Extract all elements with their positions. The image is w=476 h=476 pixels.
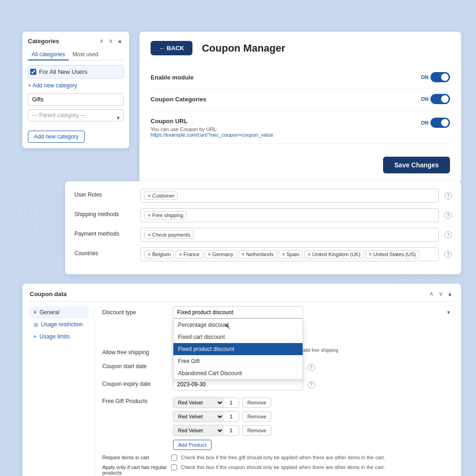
nav-general[interactable]: × General [30,306,89,318]
remove-btn-0[interactable]: Remove [242,397,271,408]
toggle-thumb-1 [441,95,449,103]
countries-input[interactable]: × Belgium × France × Germany × Netherlan… [140,247,439,261]
remove-btn-2[interactable]: Remove [242,425,271,436]
tag-france: × France [176,250,203,258]
gift-qty-1[interactable] [223,411,239,422]
tab-most-used[interactable]: Most used [69,49,102,60]
apply-only-checkbox[interactable] [171,464,177,470]
enable-module-toggle[interactable]: ON [421,72,450,82]
dropdown-abandoned-cart[interactable]: Abandoned Cart Discount [173,367,303,379]
payment-help[interactable]: ? [444,231,452,238]
gift-product-row-0: Red Velvet ▾ Remove [173,397,454,408]
for-all-new-users-checkbox[interactable] [30,69,36,75]
require-items-desc: Check this box if the free gift should o… [181,455,385,460]
tag-free-shipping-text: × Free shipping [148,212,183,218]
general-icon: × [33,309,37,316]
toggle-on-label-0: ON [421,74,429,80]
coupon-url-toggle[interactable]: ON [421,118,450,128]
tag-us: × United States (US) [366,250,419,258]
user-roles-label: User Roles [74,189,135,198]
cd-collapse-down-btn[interactable]: ∨ [437,290,444,298]
require-items-checkbox[interactable] [171,455,177,461]
toggle-track-1[interactable] [430,94,450,104]
dropdown-percentage[interactable]: Percentage discount [173,319,303,331]
countries-row: Countries × Belgium × France × Germany ×… [74,247,452,261]
gift-product-select-0[interactable]: Red Velvet [173,397,224,408]
coupon-url-row: Coupon URL You can use Coupon by URL: ht… [151,110,450,144]
payment-input[interactable]: × Check payments [140,228,439,242]
gift-product-select-1[interactable]: Red Velvet [173,411,224,422]
shipping-help[interactable]: ? [444,212,452,219]
collapse-down-btn[interactable]: ∨ [107,37,114,45]
gift-product-row-1: Red Velvet ▾ Remove [173,411,454,422]
tag-customer: × Customer [145,192,178,200]
require-items-label: Require items in cart [102,455,167,460]
close-panel-btn[interactable]: ▲ [116,37,124,45]
add-product-btn[interactable]: Add Product [173,440,212,450]
tag-netherlands: × Netherlands [238,250,277,258]
coupon-url-label: Coupon URL [151,118,187,125]
categories-title: Categories [28,38,59,45]
tab-all-categories[interactable]: All categories [28,49,69,60]
toggle-on-label-1: ON [421,96,429,102]
dropdown-fixed-cart[interactable]: Fixed cart discount [173,331,303,343]
nav-usage-limits[interactable]: + Usage limits [30,331,89,343]
roles-panel: User Roles × Customer ? Shipping methods… [65,181,461,274]
user-roles-row: User Roles × Customer ? [74,189,452,203]
coupon-categories-toggle[interactable]: ON [421,94,450,104]
toggle-track-2[interactable] [430,118,450,128]
collapse-up-btn[interactable]: ∧ [98,37,105,45]
back-button[interactable]: ← BACK [151,41,192,55]
payment-label: Payment methods [74,228,135,237]
require-items-row: Require items in cart Check this box if … [102,455,454,461]
tag-belgium: × Belgium [145,250,174,258]
gift-product-select-2[interactable]: Red Velvet [173,425,224,436]
discount-type-field: Percentage discount Fixed cart discount … [173,306,454,318]
parent-category-select[interactable]: — Parent category — [28,109,124,121]
cd-close-btn[interactable]: ▲ [446,290,454,298]
remove-btn-1[interactable]: Remove [242,411,271,422]
coupon-data-title: Coupon data [30,291,66,298]
coupon-start-help[interactable]: ? [308,364,315,371]
save-changes-btn[interactable]: Save Changes [383,157,450,173]
discount-type-select[interactable]: Percentage discount Fixed cart discount … [173,306,303,318]
user-roles-help[interactable]: ? [444,192,452,199]
tag-check-payments: × Check payments [145,231,193,239]
toggle-thumb-0 [441,73,449,81]
dropdown-free-gift[interactable]: Free Gift [173,355,303,367]
coupon-expiry-label: Coupon expiry date [102,378,167,387]
dropdown-fixed-product[interactable]: Fixed product discount [173,343,303,355]
parent-category-wrapper: — Parent category — [28,109,124,126]
gift-qty-0[interactable] [223,397,239,408]
add-category-link[interactable]: + Add new category [28,82,124,89]
cd-collapse-up-btn[interactable]: ∧ [428,290,435,298]
coupon-data-sidebar: × General ◎ Usage restriction + Usage li… [30,306,95,476]
coupon-categories-label: Coupon Categories [151,96,206,103]
coupon-expiry-help[interactable]: ? [308,381,315,389]
coupon-expiry-input[interactable] [173,378,303,390]
user-roles-input[interactable]: × Customer [140,189,439,203]
nav-usage-restriction[interactable]: ◎ Usage restriction [30,318,89,331]
tag-spain: × Spain [278,250,303,258]
coupon-url-left: Coupon URL You can use Coupon by URL: ht… [151,118,273,138]
gift-qty-2[interactable] [223,425,239,436]
panel-controls: ∧ ∨ ▲ [98,37,124,45]
nav-general-label: General [40,309,60,316]
toggle-track-0[interactable] [430,72,450,82]
shipping-methods-row: Shipping methods × Free shipping ? [74,208,452,222]
enable-module-label: Enable module [151,74,193,81]
apply-only-row: Apply only if cart has regular products … [102,464,454,476]
coupon-url-desc: You can use Coupon by URL: [151,126,273,132]
gift-product-row-2: Red Velvet ▾ Remove [173,425,454,436]
countries-help[interactable]: ? [444,251,452,258]
category-name-input[interactable] [28,93,124,106]
discount-type-select-wrap: Percentage discount Fixed cart discount … [173,306,454,318]
tag-free-shipping: × Free shipping [145,211,186,219]
discount-type-label: Discount type [102,306,167,316]
coupon-categories-row: Coupon Categories ON [151,88,450,110]
shipping-input[interactable]: × Free shipping [140,208,439,222]
coupon-data-layout: × General ◎ Usage restriction + Usage li… [30,306,454,476]
coupon-url-value[interactable]: https://example.com/cart/?oec_coupon=cou… [151,132,273,138]
add-new-category-btn[interactable]: Add new category [28,131,85,143]
usage-limits-icon: + [33,333,37,340]
